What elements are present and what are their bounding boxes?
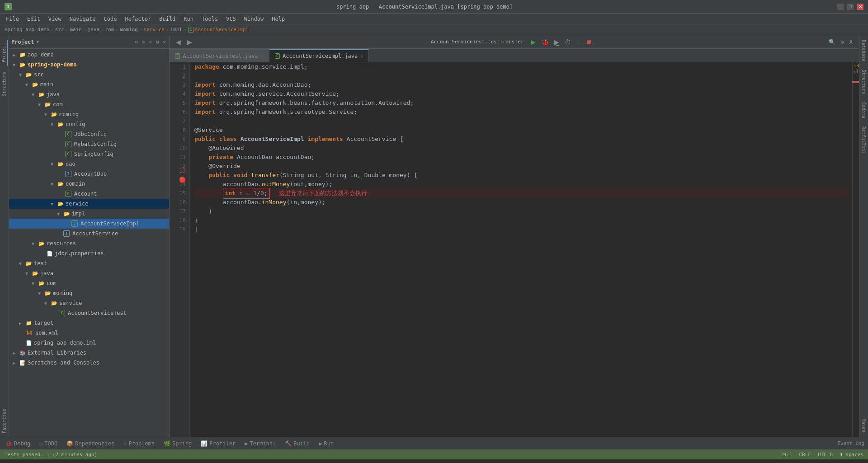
menu-navigate[interactable]: Navigate xyxy=(66,15,99,23)
terminal-tab[interactable]: ▶ Terminal xyxy=(243,440,278,448)
translate-icon[interactable]: A xyxy=(848,38,854,46)
menu-vcs[interactable]: VCS xyxy=(222,15,240,23)
code-content[interactable]: package com.moming.service.impl; import … xyxy=(190,62,852,437)
tree-item-test-moming[interactable]: ▼ 📂 moming xyxy=(9,288,169,298)
breadcrumb-com[interactable]: com xyxy=(105,27,114,33)
favorites-tab[interactable]: Favorites xyxy=(1,405,8,437)
stop-button[interactable]: ⏹ xyxy=(584,37,594,47)
collapse-all-icon[interactable]: ≡ xyxy=(141,38,146,46)
tree-item-test-service[interactable]: ▼ 📂 service xyxy=(9,298,169,308)
project-dropdown-icon[interactable]: ▼ xyxy=(37,39,39,44)
tree-item-accountserviceimpl[interactable]: C AccountServiceImpl xyxy=(9,219,169,229)
breadcrumb-src[interactable]: src xyxy=(55,27,64,33)
tab-accountserviceimpl[interactable]: C AccountServiceImpl.java ✕ xyxy=(269,49,369,62)
back-button[interactable]: ◀ xyxy=(174,37,183,47)
debug-tab[interactable]: 🐞 Debug xyxy=(4,440,32,448)
run-with-profiler-button[interactable]: ⏱ xyxy=(563,37,573,47)
retful-tool-tab[interactable]: RetfulTool xyxy=(860,124,867,156)
tree-item-impl[interactable]: ▼ 📂 impl xyxy=(9,209,169,219)
charset[interactable]: UTF-8 xyxy=(818,452,833,458)
tree-item-pom-xml[interactable]: ⛾ pom.xml xyxy=(9,328,169,338)
forward-button[interactable]: ▶ xyxy=(185,37,194,47)
run-button[interactable]: ▶ xyxy=(529,37,538,47)
search-everywhere-icon[interactable]: 🔍 xyxy=(827,38,837,46)
tree-item-test-java[interactable]: ▼ 📂 java xyxy=(9,268,169,278)
breadcrumb-main[interactable]: main xyxy=(70,27,82,33)
dependencies-tab[interactable]: 📦 Dependencies xyxy=(65,440,116,448)
problems-tab[interactable]: ⚠ Problems xyxy=(122,440,156,448)
tree-item-target[interactable]: ▶ 📁 target xyxy=(9,318,169,328)
hide-panel-icon[interactable]: ✕ xyxy=(162,38,167,46)
tree-item-spring-aop-demo[interactable]: ▼ 📂 spring-aop-demo xyxy=(9,60,169,70)
menu-file[interactable]: File xyxy=(2,15,23,23)
tree-item-test[interactable]: ▼ 📂 test xyxy=(9,258,169,268)
tree-item-config[interactable]: ▼ 📂 config xyxy=(9,119,169,129)
breadcrumb-file[interactable]: AccountServiceImpl xyxy=(195,27,249,33)
menu-build[interactable]: Build xyxy=(156,15,179,23)
indent[interactable]: 4 spaces xyxy=(840,452,863,458)
structure-tab[interactable]: Structure xyxy=(1,68,8,100)
tree-item-jdbcconfig[interactable]: C JdbcConfig xyxy=(9,129,169,139)
breadcrumb-project[interactable]: spring-aop-demo xyxy=(5,27,49,33)
tree-item-aop-demo[interactable]: ▶ 📁 aop-demo xyxy=(9,50,169,60)
todo-tab[interactable]: ☑ TODO xyxy=(38,440,59,448)
tree-item-dao[interactable]: ▼ 📂 dao xyxy=(9,159,169,169)
coverage-button[interactable]: ▶̲ xyxy=(552,37,561,47)
gear-icon[interactable]: ⚙ xyxy=(155,38,160,46)
tree-item-accountservice[interactable]: I AccountService xyxy=(9,229,169,239)
maven-tab[interactable]: Maven xyxy=(860,416,867,435)
database-tab[interactable]: Database xyxy=(860,37,867,64)
breadcrumb-impl[interactable]: impl xyxy=(170,27,183,33)
tree-item-com[interactable]: ▼ 📂 com xyxy=(9,99,169,109)
tab-close-icon[interactable]: ✕ xyxy=(360,54,363,59)
build-tab[interactable]: 🔨 Build xyxy=(283,440,311,448)
menu-run[interactable]: Run xyxy=(180,15,197,23)
tree-item-domain[interactable]: ▼ 📂 domain xyxy=(9,179,169,189)
tab-close-icon[interactable]: ✕ xyxy=(261,53,264,58)
spring-tab[interactable]: 🌿 Spring xyxy=(162,440,193,448)
tree-item-moming[interactable]: ▼ 📂 moming xyxy=(9,109,169,119)
tree-item-resources[interactable]: ▼ 📂 resources xyxy=(9,239,169,248)
tree-item-scratches[interactable]: ▶ 📝 Scratches and Consoles xyxy=(9,358,169,368)
tree-item-ext-libs[interactable]: ▶ 📚 External Libraries xyxy=(9,348,169,358)
close-button[interactable]: ✕ xyxy=(857,4,863,10)
tree-item-account[interactable]: C Account xyxy=(9,189,169,199)
tree-item-src[interactable]: ▼ 📂 src xyxy=(9,70,169,80)
breadcrumb-java[interactable]: java xyxy=(88,27,100,33)
tab-accountservicetest[interactable]: C AccountServiceTest.java ✕ xyxy=(170,49,269,62)
tree-item-java[interactable]: ▼ 📂 java xyxy=(9,89,169,99)
menu-window[interactable]: Window xyxy=(241,15,267,23)
line-ending[interactable]: CRLF xyxy=(799,452,811,458)
project-sidebar-tab[interactable]: Project xyxy=(0,40,8,66)
cursor-position[interactable]: 19:1 xyxy=(780,452,793,458)
minimize-button[interactable]: — xyxy=(837,4,844,10)
menu-help[interactable]: Help xyxy=(268,15,288,23)
tree-item-jdbc-properties[interactable]: 📄 jdbc.properties xyxy=(9,248,169,258)
codota-tab[interactable]: Codota xyxy=(860,100,867,121)
tree-item-main[interactable]: ▼ 📂 main xyxy=(9,80,169,89)
settings-icon[interactable]: ⚙ xyxy=(839,38,846,46)
menu-tools[interactable]: Tools xyxy=(198,15,222,23)
profiler-tab[interactable]: 📊 Profiler xyxy=(199,440,237,448)
more-options-icon[interactable]: ⋯ xyxy=(148,38,153,46)
tree-item-test-com[interactable]: ▼ 📂 com xyxy=(9,278,169,288)
tree-item-accountdao[interactable]: I AccountDao xyxy=(9,169,169,179)
menu-edit[interactable]: Edit xyxy=(24,15,44,23)
tree-item-service[interactable]: ▼ 📂 service xyxy=(9,199,169,209)
menu-code[interactable]: Code xyxy=(100,15,121,23)
debug-button[interactable]: 🐞 xyxy=(539,37,551,47)
breadcrumb-moming[interactable]: moming xyxy=(120,27,138,33)
maximize-button[interactable]: □ xyxy=(847,4,854,10)
tree-item-springconfig[interactable]: C SpringConfig xyxy=(9,149,169,159)
tree-item-iml[interactable]: 📄 spring-aop-demo.iml xyxy=(9,338,169,348)
event-log-link[interactable]: Event Log xyxy=(837,440,864,446)
breadcrumb-service[interactable]: service xyxy=(144,27,165,33)
scroll-from-source-icon[interactable]: ⊙ xyxy=(134,38,139,46)
tree-item-mybatisconfig[interactable]: C MybatisConfig xyxy=(9,139,169,149)
menu-refactor[interactable]: Refactor xyxy=(121,15,155,23)
window-controls[interactable]: — □ ✕ xyxy=(837,4,863,10)
structure-tab[interactable]: Structure xyxy=(860,67,867,96)
run-tab[interactable]: ▶ Run xyxy=(317,440,335,448)
menu-view[interactable]: View xyxy=(45,15,65,23)
tree-item-accountservicetest[interactable]: C AccountServiceTest xyxy=(9,308,169,318)
